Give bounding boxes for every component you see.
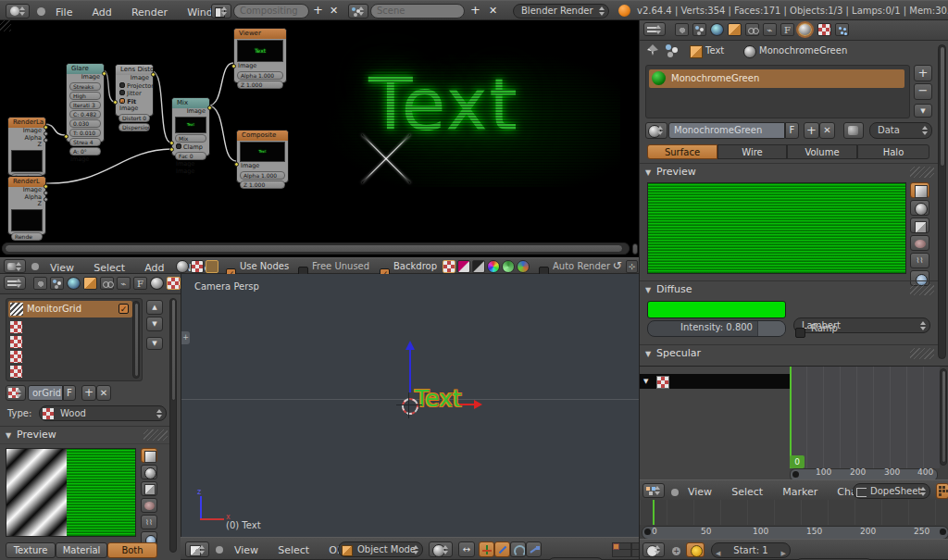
world-tab-icon[interactable] [67, 277, 81, 290]
interaction-mode-dropdown[interactable]: Object Mode [338, 541, 423, 557]
material-specials-button[interactable]: ▼ [914, 104, 932, 118]
new-material-button[interactable]: + [804, 122, 819, 139]
breadcrumb-object[interactable]: Text [705, 45, 724, 56]
node-title[interactable]: Composite [237, 131, 288, 141]
texture-nodes-icon[interactable] [191, 260, 204, 273]
dopesheet-mode-dropdown[interactable]: DopeSheet [853, 483, 930, 499]
timeline-canvas[interactable] [640, 500, 948, 525]
preview-material-button[interactable]: Material [56, 542, 107, 558]
data-tab-icon[interactable]: F [780, 23, 794, 36]
ramp-checkbox[interactable] [795, 322, 805, 340]
node-title[interactable]: RenderLa [8, 118, 45, 128]
unlink-texture-button[interactable]: ✕ [96, 385, 111, 401]
viewport-3d[interactable]: Camera Persp Text z x (0) Text + [181, 274, 640, 537]
texture-tab-icon-active[interactable] [167, 277, 181, 290]
screen-name-field[interactable]: Compositing [233, 4, 309, 19]
material-tab-icon[interactable] [150, 277, 164, 290]
menu-add[interactable]: Add [85, 4, 119, 22]
particles-tab-icon[interactable] [835, 23, 849, 36]
tab-surface[interactable]: Surface [647, 144, 717, 159]
tab-volume[interactable]: Volume [787, 144, 857, 159]
manipulator-z-arrowhead[interactable] [405, 341, 415, 350]
panel-drag-widget[interactable] [910, 348, 934, 359]
region-expand-handle[interactable]: + [181, 331, 190, 344]
manipulator-z-arrow[interactable] [409, 348, 411, 392]
node-lens-distortion[interactable]: Lens Distort Image Projector Jitter ✓ Fi… [115, 64, 154, 117]
editor-type-3dview-button[interactable] [185, 541, 209, 557]
panel-scrollbar[interactable] [938, 44, 946, 359]
texture-slot-empty-icon[interactable] [10, 336, 22, 348]
editor-type-info-button[interactable] [6, 4, 30, 19]
pin-icon[interactable] [647, 44, 658, 56]
area-corner-handle[interactable] [0, 20, 11, 31]
breadcrumb-material[interactable]: MonochromeGreen [759, 45, 847, 56]
fake-user-button[interactable]: F [785, 122, 799, 139]
start-frame-field[interactable]: ◀ Start: 1 ▶ [711, 542, 791, 558]
preview-hair-button[interactable]: ⌇⌇ [910, 253, 929, 268]
render-tab-icon[interactable] [33, 277, 47, 290]
node-title[interactable]: Mix [172, 98, 209, 108]
material-link-dropdown[interactable]: Data [869, 122, 932, 139]
constraints-tab-icon[interactable] [745, 23, 759, 36]
modifiers-tab-icon[interactable]: ⌁ [763, 23, 777, 36]
preview-panel-header[interactable]: ▼ Preview [0, 426, 169, 444]
snap-icon[interactable]: ⊹ [626, 260, 638, 273]
slot-move-down-button[interactable]: ▼ [146, 317, 163, 331]
current-frame-line[interactable] [653, 500, 655, 525]
node-mix[interactable]: Mix Image Text Mix Clamp Fac 0 Image Ima… [171, 97, 210, 156]
world-tab-icon[interactable] [710, 23, 724, 36]
preview-monkey-button[interactable] [141, 498, 157, 513]
manipulator-translate-icon[interactable] [479, 541, 494, 557]
preview-hair-button[interactable]: ⌇⌇ [141, 515, 157, 529]
texture-name-field[interactable]: orGrid [28, 385, 63, 401]
scene-browse-button[interactable] [348, 4, 368, 19]
manipulator-scale-icon[interactable] [526, 541, 542, 557]
add-material-slot-button[interactable]: + [914, 65, 932, 81]
panel-collapse-icon[interactable]: ▼ [645, 350, 651, 358]
menu-select[interactable]: Select [724, 483, 770, 501]
channel-expand-icon[interactable]: ▼ [643, 378, 648, 385]
modifiers-tab-icon[interactable]: ⌁ [117, 277, 131, 290]
editor-type-properties-button[interactable] [4, 276, 26, 290]
texture-slot-empty-icon[interactable] [10, 321, 22, 333]
menu-select[interactable]: Select [270, 541, 317, 560]
material-browse-button[interactable] [645, 122, 667, 139]
diffuse-color-swatch[interactable] [647, 301, 786, 318]
texture-slot-empty-icon[interactable] [10, 366, 22, 378]
node-editor-hscrollbar[interactable] [2, 243, 630, 255]
text-object[interactable]: Text [415, 385, 462, 412]
collapse-menu-icon[interactable] [37, 7, 45, 16]
renderlayer-select[interactable]: Rende [11, 232, 43, 241]
manipulator-x-arrowhead[interactable] [474, 400, 482, 409]
compositing-nodes-icon[interactable] [206, 260, 218, 273]
editor-type-timeline-button[interactable] [642, 542, 665, 557]
scene-tab-icon[interactable] [50, 277, 64, 290]
preview-monkey-button[interactable] [910, 235, 929, 251]
collapse-menu-icon[interactable]: + [672, 547, 680, 555]
add-screen-icon[interactable]: + [313, 3, 323, 17]
render-tab-icon[interactable] [675, 23, 689, 36]
collapse-menu-icon[interactable] [31, 263, 39, 270]
material-tab-icon-active[interactable] [798, 23, 812, 36]
use-nodes-button[interactable] [843, 122, 864, 139]
node-editor-canvas[interactable]: Text RenderLa Image Alpha Z Rende [0, 20, 639, 257]
viewport-shading-dropdown[interactable] [429, 541, 453, 557]
texture-browse-button[interactable] [6, 385, 26, 401]
preview-flat-button[interactable] [141, 448, 157, 463]
texture-tab-icon[interactable] [817, 23, 831, 36]
node-glare[interactable]: Glare Image Streaks High Iterati 3 C: 0.… [66, 63, 105, 143]
slot-move-up-button[interactable]: ▲ [146, 300, 163, 315]
scroll-handle-dot[interactable] [644, 529, 651, 535]
editor-type-node-button[interactable] [4, 259, 26, 273]
menu-view[interactable]: View [680, 483, 719, 501]
manipulator-arrow-icon[interactable] [494, 541, 510, 557]
node-renderlayers-1[interactable]: RenderLa Image Alpha Z Rende [7, 117, 46, 176]
refresh-icon[interactable]: ↻ [613, 259, 622, 272]
object-tab-icon[interactable] [83, 277, 97, 290]
node-title[interactable]: RenderL [8, 177, 45, 187]
preview-sphere-button[interactable] [141, 465, 157, 479]
texture-list-scrollbar[interactable] [132, 301, 140, 379]
manipulator-rotate-icon[interactable] [510, 541, 526, 557]
panel-collapse-icon[interactable]: ▼ [645, 168, 651, 177]
specular-panel-header[interactable]: ▼ Specular [640, 344, 938, 362]
